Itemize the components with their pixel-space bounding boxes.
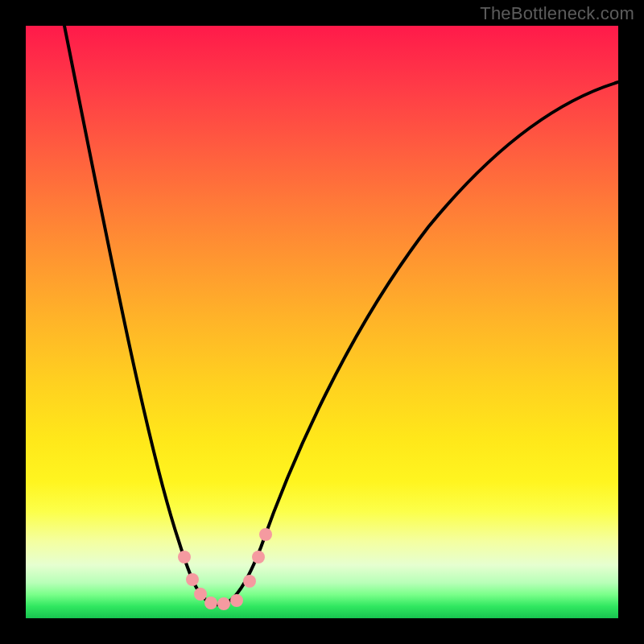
curve-marker	[194, 588, 207, 601]
curve-layer	[26, 26, 618, 618]
bottleneck-curve	[64, 26, 618, 605]
curve-marker	[259, 528, 272, 541]
curve-marker	[252, 551, 265, 564]
curve-marker	[230, 594, 243, 607]
plot-area	[26, 26, 618, 618]
watermark-text: TheBottleneck.com	[480, 3, 634, 24]
curve-marker	[178, 551, 191, 564]
chart-frame: TheBottleneck.com	[0, 0, 644, 644]
curve-marker	[204, 597, 217, 609]
marker-group	[178, 528, 272, 610]
curve-marker	[186, 573, 199, 586]
curve-marker	[243, 575, 256, 588]
curve-marker	[217, 597, 230, 610]
